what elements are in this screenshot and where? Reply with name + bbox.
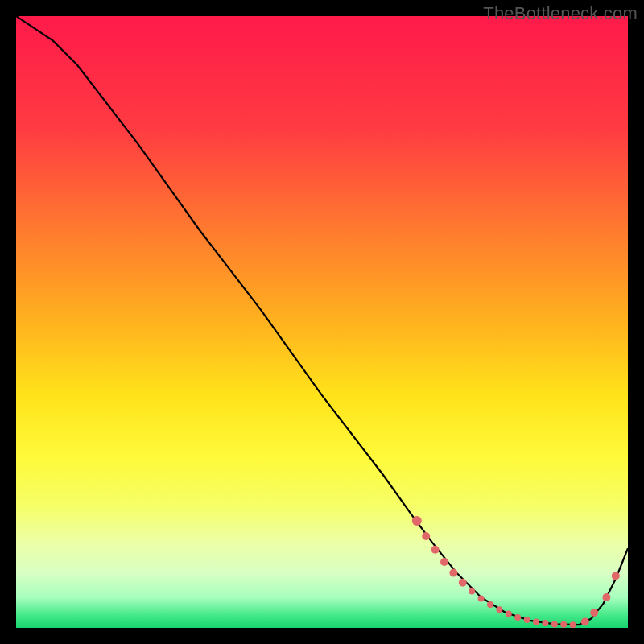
highlight-dot (431, 546, 440, 554)
highlight-dot (590, 609, 598, 617)
highlight-dot (440, 558, 448, 566)
highlight-dot (524, 617, 530, 623)
highlight-dot (422, 532, 430, 540)
highlight-dot (551, 621, 558, 627)
bottleneck-curve (16, 16, 628, 625)
highlight-dot (533, 618, 539, 625)
curve-layer (16, 16, 628, 628)
plot-outer (16, 16, 628, 628)
highlight-dots-group (412, 516, 620, 628)
chart-frame: TheBottleneck.com (0, 0, 644, 644)
highlight-dot (542, 620, 548, 626)
highlight-dot (496, 606, 502, 613)
highlight-dot (487, 601, 493, 608)
highlight-dot (570, 621, 576, 628)
highlight-dot (581, 617, 589, 625)
highlight-dot (469, 588, 475, 594)
highlight-dot (602, 593, 610, 601)
watermark-label: TheBottleneck.com (483, 3, 638, 24)
highlight-dot (514, 614, 521, 621)
highlight-dot (412, 516, 422, 526)
highlight-dot (449, 569, 457, 577)
highlight-dot (506, 611, 512, 617)
highlight-dot (560, 621, 567, 628)
highlight-dot (478, 596, 485, 602)
highlight-dot (612, 572, 620, 580)
highlight-dot (459, 579, 467, 587)
